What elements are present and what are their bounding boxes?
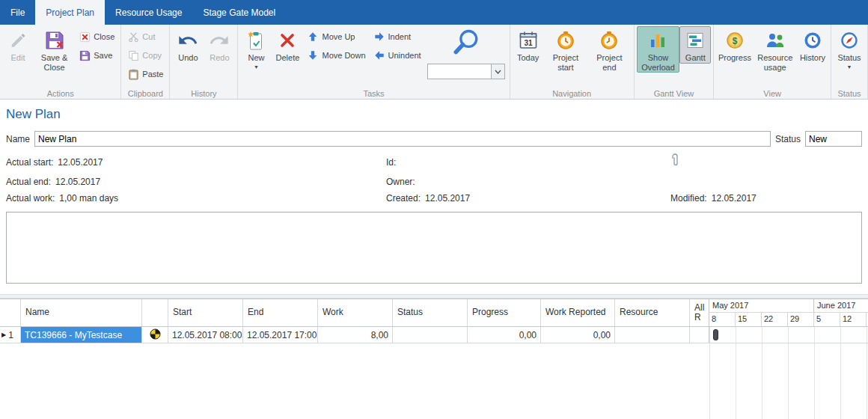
undo-button[interactable]: Undo: [172, 26, 204, 64]
owner-label: Owner:: [386, 177, 415, 187]
cut-button[interactable]: Cut: [123, 28, 167, 45]
grid-header-work-reported[interactable]: Work Reported: [541, 299, 615, 326]
save-button[interactable]: Save: [75, 47, 118, 64]
gantt-week-tick: 15: [736, 313, 762, 326]
tab-file[interactable]: File: [0, 0, 35, 25]
task-status-cell[interactable]: [393, 327, 468, 343]
project-end-button[interactable]: Project end: [587, 26, 632, 73]
group-label-gantt-view: Gantt View: [635, 89, 714, 98]
actual-work-row: Actual work: 1,00 man days: [6, 193, 386, 204]
gantt-week-tick: 8: [709, 313, 736, 326]
move-down-button[interactable]: Move Down: [303, 47, 369, 64]
history-button[interactable]: History: [797, 26, 828, 64]
save-and-close-label: Save & Close: [37, 53, 72, 72]
copy-icon: [127, 49, 139, 61]
actual-end-label: Actual end:: [6, 177, 51, 187]
delete-task-button[interactable]: Delete: [272, 26, 303, 64]
progress-button[interactable]: $ Progress: [716, 26, 753, 64]
modified-label: Modified:: [670, 193, 707, 204]
gantt-empty-area: [709, 343, 868, 419]
grid-empty-body: [0, 343, 868, 419]
copy-button[interactable]: Copy: [123, 47, 167, 64]
chevron-down-icon: [495, 70, 501, 74]
gantt-month-june: June 2017: [814, 299, 868, 312]
unindent-button[interactable]: Unindent: [370, 47, 425, 64]
combo-dropdown-button[interactable]: [491, 64, 504, 79]
status-compass-icon: [840, 29, 858, 52]
grid-header-end[interactable]: End: [243, 299, 318, 326]
task-resource-cell[interactable]: [615, 327, 690, 343]
actual-start-value: 12.05.2017: [58, 157, 103, 168]
search-icon[interactable]: [450, 27, 483, 62]
undo-label: Undo: [178, 53, 198, 63]
today-button[interactable]: 31 Today: [513, 26, 544, 64]
attachment-paperclip-icon[interactable]: [670, 153, 679, 171]
edit-button[interactable]: Edit: [2, 26, 34, 64]
grid-header-resource[interactable]: Resource: [615, 299, 690, 326]
task-work-reported-cell[interactable]: 0,00: [541, 327, 615, 343]
task-progress-cell[interactable]: 0,00: [468, 327, 541, 343]
project-start-label: Project start: [547, 53, 585, 72]
gantt-toggle[interactable]: Gantt: [679, 26, 711, 64]
owner-row: Owner:: [386, 177, 670, 187]
gantt-row-area: [709, 327, 868, 343]
indent-button[interactable]: Indent: [370, 28, 425, 45]
row-indicator-cell[interactable]: ▶ 1: [0, 327, 21, 343]
status-dropdown-caret-icon: ▼: [847, 64, 852, 70]
move-up-button[interactable]: Move Up: [303, 28, 369, 45]
undo-icon: [177, 29, 198, 52]
overload-bars-icon: [649, 29, 667, 52]
grid-header-type-icon[interactable]: [142, 299, 168, 326]
grid-header-work[interactable]: Work: [318, 299, 393, 326]
name-field[interactable]: [34, 131, 771, 147]
group-label-history: History: [170, 89, 237, 98]
ribbon-tab-bar: File Project Plan Resource Usage Stage G…: [0, 0, 868, 25]
tab-project-plan[interactable]: Project Plan: [35, 0, 105, 25]
new-task-button[interactable]: New ▼: [240, 26, 272, 70]
grid-header-name[interactable]: Name: [21, 299, 142, 326]
task-work-cell[interactable]: 8,00: [318, 327, 393, 343]
progress-label: Progress: [718, 53, 751, 63]
group-label-view: View: [714, 89, 831, 98]
cut-label: Cut: [142, 32, 155, 41]
unindent-label: Unindent: [388, 51, 421, 60]
plan-detail-panel: New Plan Name Status Actual start: 12.05…: [0, 100, 868, 284]
grid-header-status[interactable]: Status: [393, 299, 468, 326]
save-and-close-button[interactable]: Save & Close: [34, 26, 75, 73]
close-button[interactable]: Close: [75, 28, 118, 45]
search-combo-input[interactable]: [428, 64, 491, 79]
ribbon-group-status: Status ▼ Status: [831, 25, 868, 99]
grid-header-progress[interactable]: Progress: [468, 299, 541, 326]
close-label: Close: [94, 32, 114, 41]
gantt-task-marker[interactable]: [713, 329, 718, 340]
task-name-cell[interactable]: TC139666 - MyTestcase: [21, 327, 142, 343]
move-down-icon: [307, 49, 319, 61]
project-start-button[interactable]: Project start: [544, 26, 588, 73]
gantt-week-tick: 12: [840, 313, 867, 326]
description-field[interactable]: [6, 212, 862, 284]
tab-stage-gate-model[interactable]: Stage Gate Model: [192, 0, 286, 25]
tab-resource-usage[interactable]: Resource Usage: [105, 0, 192, 25]
status-field[interactable]: [805, 131, 862, 147]
grid-header-start[interactable]: Start: [168, 299, 243, 326]
status-menu-label: Status: [837, 53, 861, 63]
modified-row: Modified: 12.05.2017: [670, 193, 862, 204]
status-menu-button[interactable]: Status ▼: [834, 26, 865, 70]
redo-button[interactable]: Redo: [204, 26, 235, 64]
task-type-cell[interactable]: [142, 327, 168, 343]
actual-end-value: 12.05.2017: [55, 177, 100, 187]
actual-start-row: Actual start: 12.05.2017: [6, 153, 386, 171]
id-row: Id:: [386, 153, 670, 171]
resource-usage-button[interactable]: Resource usage: [753, 26, 797, 73]
show-overload-toggle[interactable]: Show Overload: [637, 26, 680, 73]
search-combobox[interactable]: [427, 64, 505, 79]
paste-button[interactable]: Paste: [123, 66, 167, 82]
task-all-r-cell[interactable]: [690, 327, 709, 343]
new-dropdown-caret-icon: ▼: [254, 64, 259, 70]
redo-label: Redo: [210, 53, 229, 63]
project-end-label: Project end: [590, 53, 629, 72]
grid-header-all-r[interactable]: All R: [690, 299, 709, 326]
task-end-cell[interactable]: 12.05.2017 17:00: [243, 327, 318, 343]
project-end-clock-icon: [599, 29, 619, 52]
task-start-cell[interactable]: 12.05.2017 08:00: [168, 327, 243, 343]
